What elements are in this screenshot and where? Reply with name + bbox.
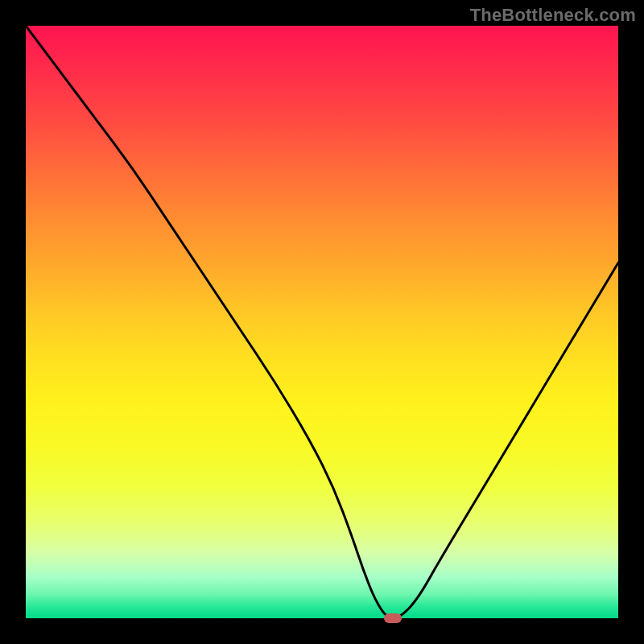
optimal-marker — [384, 613, 402, 623]
chart-frame: TheBottleneck.com — [0, 0, 644, 644]
curve-path — [26, 26, 618, 618]
plot-area — [26, 26, 618, 618]
bottleneck-curve — [26, 26, 618, 618]
attribution-text: TheBottleneck.com — [470, 5, 636, 26]
